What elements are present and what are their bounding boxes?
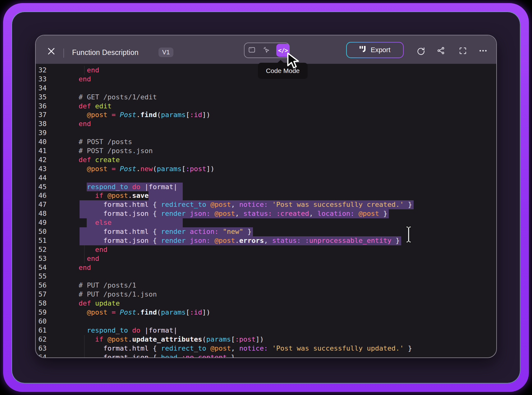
- code-line: 47 format.html { redirect_to @post, noti…: [36, 200, 496, 209]
- code-text: @post = Post.find(params[:id]): [79, 111, 210, 119]
- line-number: 56: [36, 281, 47, 290]
- code-text: def create: [79, 156, 120, 164]
- line-number: 62: [36, 335, 47, 344]
- line-number: 33: [36, 75, 47, 84]
- code-text: end: [79, 255, 99, 262]
- code-line: 40# POST /posts: [36, 138, 496, 147]
- code-line: 54end: [36, 263, 496, 272]
- code-line: 46 if @post.save: [36, 191, 496, 200]
- export-logo-icon: [360, 46, 367, 54]
- code-text: format.html { render action: "new" }: [79, 228, 251, 235]
- code-text: end: [79, 246, 108, 253]
- line-number: 55: [36, 272, 47, 281]
- cursor-click-icon: [263, 46, 270, 55]
- code-text: # POST /posts.json: [79, 147, 153, 155]
- line-number: 47: [36, 200, 47, 209]
- line-number: 57: [36, 290, 47, 299]
- line-number: 58: [36, 299, 47, 308]
- page-title: Function Description: [72, 48, 139, 57]
- code-text: @post = Post.new(params[:post]): [79, 165, 214, 173]
- code-line: 63 format.html { redirect_to @post, noti…: [36, 344, 496, 353]
- code-text: @post = Post.find(params[:id]): [79, 308, 210, 316]
- selection-highlight: [149, 191, 183, 200]
- code-line: 35# GET /posts/1/edit: [36, 93, 496, 102]
- line-number: 37: [36, 111, 47, 120]
- share-icon[interactable]: [436, 45, 446, 56]
- code-text: # GET /posts/1/edit: [79, 93, 157, 101]
- code-editor[interactable]: 32 end33end3435# GET /posts/1/edit36def …: [36, 64, 496, 358]
- code-line: 51 format.json { render json: @post.erro…: [36, 236, 496, 245]
- line-number: 32: [36, 66, 47, 75]
- code-line: 60: [36, 317, 496, 326]
- line-number: 60: [36, 317, 47, 326]
- line-number: 48: [36, 209, 47, 218]
- more-icon[interactable]: [478, 45, 488, 56]
- code-line: 58def update: [36, 299, 496, 308]
- code-text: def edit: [79, 102, 112, 110]
- line-number: 50: [36, 227, 47, 236]
- mode-toggle-group: </>: [244, 43, 290, 58]
- titlebar-divider: [63, 48, 64, 58]
- code-line: 44: [36, 174, 496, 183]
- line-number: 54: [36, 263, 47, 272]
- line-number: 36: [36, 102, 47, 111]
- line-number: 52: [36, 245, 47, 254]
- line-number: 51: [36, 236, 47, 245]
- line-number: 63: [36, 344, 47, 353]
- line-number: 39: [36, 129, 47, 138]
- code-text: # POST /posts: [79, 138, 132, 146]
- version-badge: V1: [158, 48, 173, 57]
- code-line: 50 format.html { render action: "new" }: [36, 227, 496, 236]
- line-number: 53: [36, 254, 47, 263]
- line-number: 34: [36, 84, 47, 93]
- refresh-icon[interactable]: [415, 45, 426, 56]
- close-icon[interactable]: [47, 47, 56, 56]
- code-text: if @post.save: [79, 192, 149, 199]
- fullscreen-icon[interactable]: [457, 45, 468, 56]
- export-button[interactable]: Export: [346, 42, 404, 58]
- code-preview-window: Function Description V1: [35, 35, 497, 358]
- line-number: 35: [36, 93, 47, 102]
- code-line: 49 else: [36, 218, 496, 227]
- code-text: format.json { render json: @post.errors,…: [79, 237, 400, 244]
- line-number: 38: [36, 120, 47, 129]
- code-text: format.html { redirect_to @post, notice:…: [79, 201, 412, 208]
- line-number: 46: [36, 191, 47, 200]
- code-text: end: [79, 264, 91, 271]
- code-line: 56# PUT /posts/1: [36, 281, 496, 290]
- code-line: 36def edit: [36, 102, 496, 111]
- text-ibeam-cursor: [404, 225, 413, 243]
- line-number: 42: [36, 156, 47, 165]
- code-text: respond_to do |format|: [79, 326, 177, 334]
- code-line: 41# POST /posts.json: [36, 147, 496, 156]
- code-text: end: [79, 66, 99, 74]
- line-number: 44: [36, 174, 47, 183]
- code-text: respond_to do |format|: [79, 183, 177, 191]
- code-text: format.html { redirect_to @post, notice:…: [79, 344, 412, 352]
- code-line: 34: [36, 84, 496, 93]
- code-line: 38end: [36, 120, 496, 129]
- line-number: 41: [36, 147, 47, 156]
- code-text: end: [79, 120, 91, 128]
- code-line: 42def create: [36, 156, 496, 165]
- code-line: 53 end: [36, 254, 496, 263]
- code-text: # PUT /posts/1: [79, 281, 136, 289]
- code-line: 48 format.json { render json: @post, sta…: [36, 209, 496, 218]
- code-text: if @post.update_attributes(params[:post]…: [79, 335, 264, 343]
- line-number: 43: [36, 165, 47, 174]
- titlebar: Function Description V1: [36, 35, 496, 64]
- line-number: 49: [36, 218, 47, 227]
- code-line: 37 @post = Post.find(params[:id]): [36, 111, 496, 120]
- line-number: 40: [36, 138, 47, 147]
- code-text: # PUT /posts/1.json: [79, 290, 157, 298]
- code-line: 43 @post = Post.new(params[:post]): [36, 165, 496, 174]
- line-number: 45: [36, 183, 47, 192]
- line-number: 61: [36, 326, 47, 335]
- line-number: 59: [36, 308, 47, 317]
- canvas-mode-button[interactable]: [245, 43, 259, 57]
- interact-mode-button[interactable]: [259, 43, 274, 57]
- code-line: 55: [36, 272, 496, 281]
- code-line: 39: [36, 129, 496, 138]
- code-text: end: [79, 75, 91, 83]
- window-icon: [248, 46, 255, 55]
